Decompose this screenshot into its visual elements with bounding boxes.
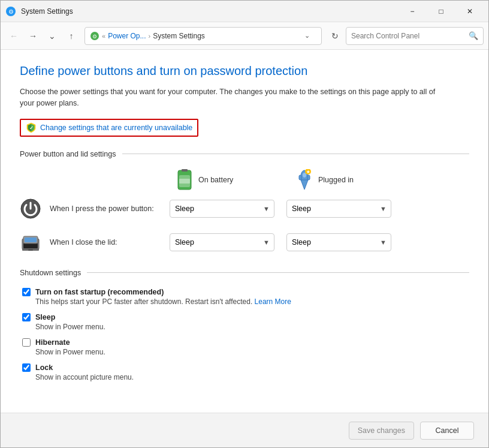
power-button-plugged-dropdown[interactable]: Sleep Do nothing Hibernate Shut down Tur…: [286, 200, 391, 218]
breadcrumb-icon: ⚙: [90, 31, 99, 41]
back-button[interactable]: ←: [5, 28, 22, 44]
plugged-in-icon: ★: [295, 169, 313, 191]
power-button-battery-dropdown[interactable]: Sleep Do nothing Hibernate Shut down Tur…: [170, 200, 274, 218]
svg-rect-11: [299, 175, 301, 180]
col-battery-label: On battery: [198, 176, 233, 184]
svg-rect-22: [28, 249, 33, 251]
svg-rect-6: [182, 169, 188, 172]
column-headers: On battery ★ Plugged in: [20, 169, 469, 191]
breadcrumb: ⚙ « Power Op... › System Settings ⌄: [84, 27, 322, 45]
lid-plugged-dropdown-wrapper: Sleep Do nothing Hibernate Shut down Tur…: [286, 233, 391, 251]
hibernate-row: Hibernate Show in Power menu.: [20, 338, 469, 356]
power-button-label: When I press the power button:: [50, 205, 170, 213]
svg-text:✓: ✓: [29, 125, 34, 131]
section-divider: [122, 154, 469, 154]
lid-icon: [20, 231, 41, 253]
fast-startup-checkbox[interactable]: [22, 288, 31, 296]
breadcrumb-expand-button[interactable]: ⌄: [304, 32, 316, 40]
power-button-row: When I press the power button: Sleep Do …: [20, 197, 469, 221]
app-icon: ⚙: [5, 6, 16, 17]
hibernate-text: Hibernate: [35, 338, 70, 347]
fast-startup-text: Turn on fast startup (recommended): [35, 288, 164, 296]
svg-text:★: ★: [306, 170, 310, 174]
change-settings-link[interactable]: ✓ Change settings that are currently una…: [20, 119, 198, 137]
power-button-plugged-dropdown-wrapper: Sleep Do nothing Hibernate Shut down Tur…: [286, 200, 391, 218]
close-button[interactable]: ✕: [456, 2, 484, 20]
breadcrumb-separator1: «: [102, 32, 105, 40]
address-bar: ← → ⌄ ↑ ⚙ « Power Op... › System Setting…: [1, 22, 488, 50]
minimize-button[interactable]: −: [399, 2, 426, 20]
power-section-label: Power button and lid settings: [20, 150, 116, 158]
window-controls: − □ ✕: [399, 2, 484, 20]
shutdown-divider: [87, 272, 469, 273]
svg-text:⚙: ⚙: [8, 8, 14, 15]
power-button-section: Power button and lid settings On battery: [20, 150, 469, 254]
shield-icon: ✓: [26, 122, 37, 133]
sleep-sublabel: Show in Power menu.: [22, 323, 469, 331]
breadcrumb-arrow: ›: [148, 32, 150, 40]
sleep-checkbox[interactable]: [22, 313, 31, 321]
power-button-battery-dropdown-wrapper: Sleep Do nothing Hibernate Shut down Tur…: [170, 200, 274, 218]
svg-rect-8: [179, 179, 190, 184]
fast-startup-label-row: Turn on fast startup (recommended): [22, 288, 469, 296]
breadcrumb-parent[interactable]: Power Op...: [108, 32, 146, 40]
hibernate-sublabel: Show in Power menu.: [22, 348, 469, 356]
shutdown-section: Shutdown settings Turn on fast startup (…: [20, 269, 469, 381]
lid-label: When I close the lid:: [50, 238, 170, 246]
title-bar: ⚙ System Settings − □ ✕: [1, 1, 488, 22]
lock-checkbox[interactable]: [22, 363, 31, 372]
page-description: Choose the power settings that you want …: [20, 86, 451, 109]
svg-rect-12: [307, 175, 310, 180]
lid-row: When I close the lid: Sleep Do nothing H…: [20, 230, 469, 254]
content-area: Define power buttons and turn on passwor…: [1, 50, 488, 413]
up-button[interactable]: ↑: [63, 28, 80, 44]
power-button-icon: [20, 198, 41, 220]
search-icon: 🔍: [469, 31, 478, 40]
page-title: Define power buttons and turn on passwor…: [20, 64, 469, 78]
sleep-row: Sleep Show in Power menu.: [20, 313, 469, 331]
change-settings-text: Change settings that are currently unava…: [40, 124, 192, 132]
shutdown-section-label: Shutdown settings: [20, 269, 81, 277]
forward-button[interactable]: →: [25, 28, 41, 44]
refresh-button[interactable]: ↻: [327, 28, 343, 44]
breadcrumb-current: System Settings: [153, 32, 205, 40]
lock-row: Lock Show in account picture menu.: [20, 363, 469, 381]
learn-more-link[interactable]: Learn More: [255, 297, 291, 306]
lock-text: Lock: [35, 363, 53, 372]
window-title: System Settings: [21, 7, 399, 16]
hibernate-checkbox[interactable]: [22, 338, 31, 347]
col-header-plugged: ★ Plugged in: [295, 169, 415, 191]
lock-sublabel: Show in account picture menu.: [22, 373, 469, 381]
cancel-button[interactable]: Cancel: [420, 422, 474, 440]
battery-icon: [176, 169, 194, 191]
power-section-header: Power button and lid settings: [20, 150, 469, 158]
shutdown-section-header: Shutdown settings: [20, 269, 469, 277]
search-input[interactable]: [351, 32, 466, 40]
lid-plugged-dropdown[interactable]: Sleep Do nothing Hibernate Shut down Tur…: [286, 233, 391, 251]
lid-battery-dropdown-wrapper: Sleep Do nothing Hibernate Shut down Tur…: [170, 233, 274, 251]
sleep-label-row: Sleep: [22, 313, 469, 321]
hibernate-label-row: Hibernate: [22, 338, 469, 347]
col-plugged-label: Plugged in: [318, 176, 354, 184]
footer: Save changes Cancel: [1, 413, 488, 447]
col-header-battery: On battery: [176, 169, 295, 191]
fast-startup-row: Turn on fast startup (recommended) This …: [20, 288, 469, 306]
recent-button[interactable]: ⌄: [44, 28, 61, 44]
svg-marker-10: [301, 180, 308, 190]
search-bar: 🔍: [346, 27, 484, 45]
lid-battery-dropdown[interactable]: Sleep Do nothing Hibernate Shut down Tur…: [170, 233, 274, 251]
svg-rect-21: [25, 237, 37, 242]
svg-text:⚙: ⚙: [92, 34, 97, 40]
fast-startup-sublabel: This helps start your PC faster after sh…: [22, 297, 469, 306]
lock-label-row: Lock: [22, 363, 469, 372]
save-changes-button[interactable]: Save changes: [349, 422, 414, 440]
sleep-text: Sleep: [35, 313, 55, 321]
maximize-button[interactable]: □: [427, 2, 455, 20]
